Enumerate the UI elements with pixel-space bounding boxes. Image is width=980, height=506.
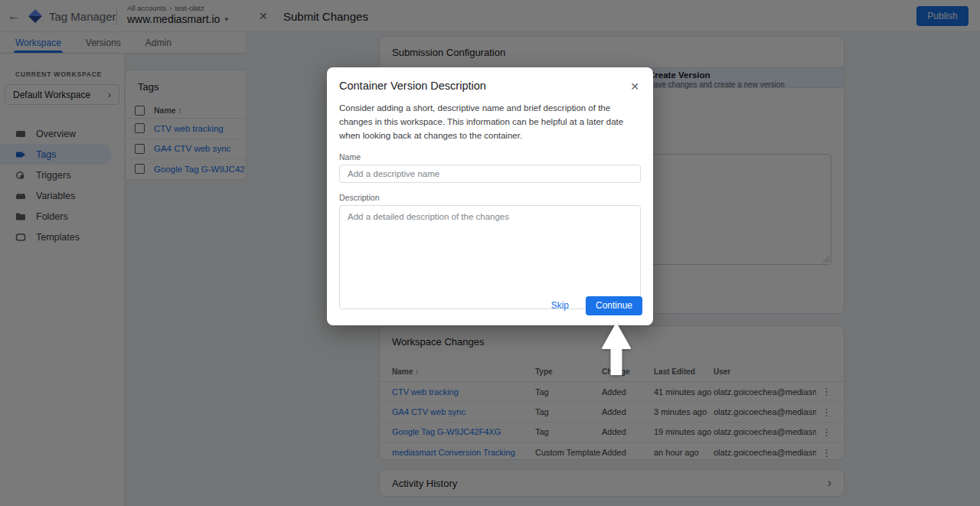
continue-button[interactable]: Continue <box>586 296 642 315</box>
description-label: Description <box>339 193 641 202</box>
screen: ← Tag Manager All accounts › test-olatz … <box>0 0 980 506</box>
dialog-body-text: Consider adding a short, descriptive nam… <box>339 102 641 142</box>
close-icon[interactable]: ✕ <box>629 80 641 93</box>
dialog-title: Container Version Description <box>339 80 486 92</box>
skip-button[interactable]: Skip <box>542 295 578 315</box>
name-label: Name <box>339 152 641 162</box>
container-version-description-dialog: Container Version Description ✕ Consider… <box>327 67 653 325</box>
version-name-input[interactable] <box>339 165 641 183</box>
annotation-arrow-icon <box>598 322 635 377</box>
version-description-input[interactable] <box>339 205 641 309</box>
